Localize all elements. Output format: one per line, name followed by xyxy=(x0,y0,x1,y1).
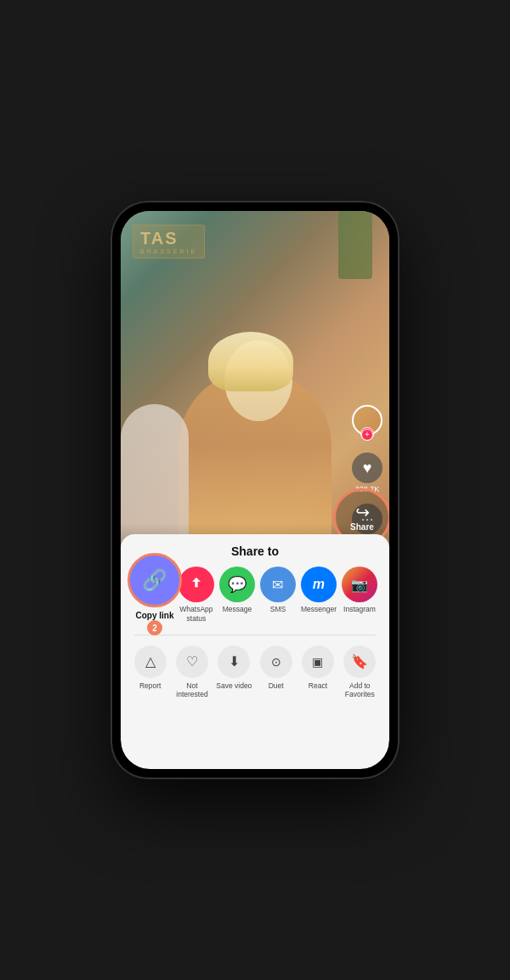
report-icon: △ xyxy=(134,646,167,678)
duet-item[interactable]: ⊙ Duet xyxy=(255,646,297,690)
copy-link-button[interactable]: 🔗 xyxy=(128,553,182,607)
sign-sub: BRASSERIE xyxy=(140,248,197,254)
share-sheet: Share to WhatsAppstatus xyxy=(121,534,389,769)
messenger-label: Messenger xyxy=(301,605,337,613)
react-label: React xyxy=(309,681,327,690)
share-app-whatsapp[interactable]: WhatsAppstatus xyxy=(178,567,214,622)
action-items-row: △ Report ♡ Notinterested ⬇ Save video ⊙ … xyxy=(128,641,382,698)
not-interested-icon: ♡ xyxy=(176,646,208,678)
share-label: Share xyxy=(350,522,374,532)
duet-label: Duet xyxy=(269,681,284,690)
like-button[interactable]: ♥ 328.7K xyxy=(352,453,382,493)
save-video-icon: ⬇ xyxy=(218,646,250,678)
phone-screen: TAS BRASSERIE + ♥ 328. xyxy=(121,211,389,769)
duet-icon: ⊙ xyxy=(260,646,292,678)
add-to-favorites-item[interactable]: 🔖 Add toFavorites xyxy=(339,646,381,698)
not-interested-label: Notinterested xyxy=(176,681,207,698)
not-interested-item[interactable]: ♡ Notinterested xyxy=(171,646,212,698)
follow-plus-icon: + xyxy=(361,429,373,441)
creator-avatar-btn[interactable]: + xyxy=(352,405,382,436)
share-app-sms[interactable]: ✉ SMS xyxy=(260,567,296,622)
copy-link-label: Copy link xyxy=(135,611,173,620)
phone-frame: TAS BRASSERIE + ♥ 328. xyxy=(110,201,400,779)
share-app-message[interactable]: 💬 Message xyxy=(219,567,255,622)
share-icon: ↩ xyxy=(355,502,370,522)
add-to-favorites-label: Add toFavorites xyxy=(345,681,375,698)
sign-text: TAS xyxy=(140,229,197,248)
message-label: Message xyxy=(223,605,252,613)
sms-label: SMS xyxy=(270,605,286,613)
add-to-favorites-icon: 🔖 xyxy=(343,646,376,678)
save-video-item[interactable]: ⬇ Save video xyxy=(213,646,255,690)
heart-icon: ♥ xyxy=(352,453,382,483)
react-icon: ▣ xyxy=(302,646,334,678)
report-item[interactable]: △ Report xyxy=(129,646,171,690)
save-video-label: Save video xyxy=(216,681,252,690)
report-label: Report xyxy=(139,681,162,690)
copy-link-badge-2: 2 xyxy=(147,620,162,635)
share-app-instagram[interactable]: 📷 Instagram xyxy=(342,567,377,622)
instagram-label: Instagram xyxy=(343,605,376,613)
react-item[interactable]: ▣ React xyxy=(297,646,338,690)
copy-link-container: 🔗 Copy link 2 xyxy=(128,553,182,635)
share-app-messenger[interactable]: m Messenger xyxy=(301,567,337,622)
whatsapp-label: WhatsAppstatus xyxy=(179,605,212,622)
